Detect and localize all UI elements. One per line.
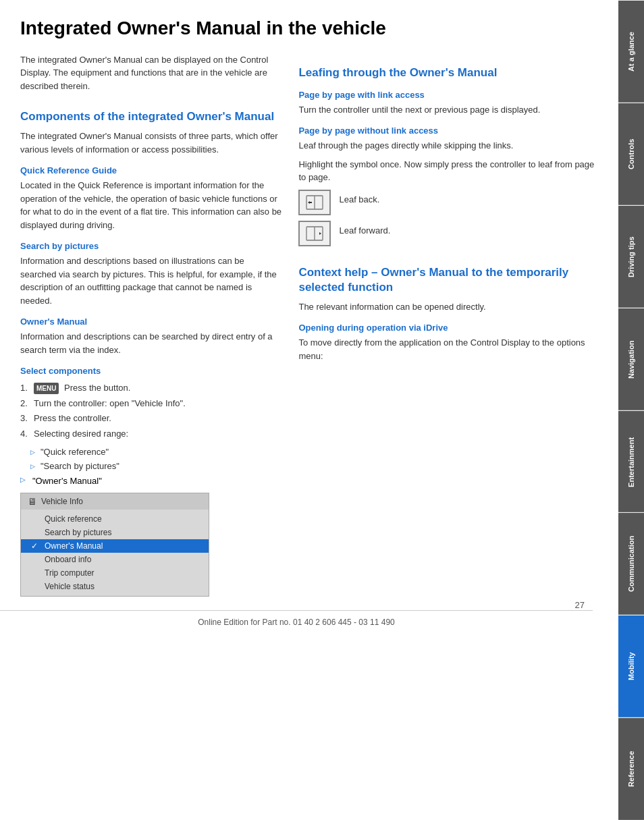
sidebar-tab-entertainment[interactable]: Entertainment: [618, 410, 644, 513]
menu-item-vehicle-status: Vehicle status: [21, 580, 209, 593]
leaf-back-row: Leaf back.: [298, 190, 601, 215]
intro-text: The integrated Owner's Manual can be dis…: [20, 53, 281, 93]
left-column: The integrated Owner's Manual can be dis…: [20, 53, 281, 607]
opening-text: To move directly from the application on…: [298, 336, 601, 362]
two-column-layout: The integrated Owner's Manual can be dis…: [20, 53, 601, 607]
menu-item-owners-manual: Owner's Manual: [21, 539, 209, 553]
vehicle-info-icon: 🖥: [28, 496, 37, 507]
menu-item-trip-computer: Trip computer: [21, 566, 209, 580]
leaf-forward-icon: [298, 221, 331, 246]
page-link-heading: Page by page with link access: [298, 90, 601, 100]
sidebar: At a glance Controls Driving tips Naviga…: [618, 0, 644, 820]
quick-ref-text: Located in the Quick Reference is import…: [20, 179, 281, 231]
components-intro: The integrated Owner's Manual consists o…: [20, 130, 281, 156]
step-4: 4. Selecting desired range:: [20, 427, 281, 441]
leaf-back-label: Leaf back.: [339, 193, 379, 207]
vehicle-info-screenshot: 🖥 Vehicle Info Quick reference Search by…: [20, 493, 209, 597]
right-column: Leafing through the Owner's Manual Page …: [298, 53, 601, 607]
search-pictures-heading: Search by pictures: [20, 241, 281, 251]
leaf-forward-label: Leaf forward.: [339, 224, 390, 238]
footer: Online Edition for Part no. 01 40 2 606 …: [0, 610, 593, 634]
opening-heading: Opening during operation via iDrive: [298, 323, 601, 333]
sidebar-tab-navigation[interactable]: Navigation: [618, 308, 644, 410]
page-no-link-text1: Leaf through the pages directly while sk…: [298, 139, 601, 153]
quick-ref-heading: Quick Reference Guide: [20, 165, 281, 175]
step-1: 1. MENU Press the button.: [20, 381, 281, 395]
owners-manual-heading: Owner's Manual: [20, 317, 281, 327]
owners-manual-text: Information and descriptions can be sear…: [20, 330, 281, 356]
sub-item-quick-reference: "Quick reference": [30, 445, 281, 460]
menu-button-icon: MENU: [34, 383, 59, 394]
menu-item-quick-reference: Quick reference: [21, 512, 209, 526]
sidebar-tab-communication[interactable]: Communication: [618, 512, 644, 615]
step-2: 2. Turn the controller: open "Vehicle In…: [20, 397, 281, 410]
page-title: Integrated Owner's Manual in the vehicle: [20, 17, 601, 40]
page-no-link-heading: Page by page without link access: [298, 126, 601, 136]
arrow-icon: ▷: [20, 476, 26, 483]
components-heading: Components of the integrated Owner's Man…: [20, 109, 281, 124]
search-pictures-text: Information and descriptions based on il…: [20, 254, 281, 307]
steps-list: 1. MENU Press the button. 2. Turn the co…: [20, 381, 281, 440]
owner-manual-arrow-item: ▷ "Owner's Manual": [20, 476, 281, 486]
menu-item-search-by-pictures: Search by pictures: [21, 526, 209, 539]
sidebar-tab-at-a-glance[interactable]: At a glance: [618, 0, 644, 103]
select-heading: Select components: [20, 366, 281, 376]
menu-item-onboard-info: Onboard info: [21, 553, 209, 566]
leafing-heading: Leafing through the Owner's Manual: [298, 65, 601, 80]
context-text: The relevant information can be opened d…: [298, 300, 601, 314]
page-no-link-text2: Highlight the symbol once. Now simply pr…: [298, 158, 601, 184]
page-link-text: Turn the controller until the next or pr…: [298, 103, 601, 117]
sub-items-list: "Quick reference" "Search by pictures": [30, 445, 281, 474]
leaf-forward-row: Leaf forward.: [298, 221, 601, 246]
svg-marker-9: [317, 232, 321, 235]
sidebar-tab-reference[interactable]: Reference: [618, 717, 644, 820]
context-heading: Context help – Owner's Manual to the tem…: [298, 265, 601, 295]
step-3: 3. Press the controller.: [20, 412, 281, 425]
sub-item-search-by-pictures: "Search by pictures": [30, 460, 281, 474]
sidebar-tab-driving-tips[interactable]: Driving tips: [618, 205, 644, 308]
vehicle-info-header: 🖥 Vehicle Info: [21, 493, 209, 510]
footer-text: Online Edition for Part no. 01 40 2 606 …: [198, 618, 395, 627]
main-content: Integrated Owner's Manual in the vehicle…: [0, 0, 618, 634]
leaf-back-icon: [298, 190, 331, 215]
sidebar-tab-controls[interactable]: Controls: [618, 103, 644, 205]
vehicle-info-menu: Quick reference Search by pictures Owner…: [21, 510, 209, 596]
page-number: 27: [575, 600, 585, 610]
sidebar-tab-mobility[interactable]: Mobility: [618, 615, 644, 717]
